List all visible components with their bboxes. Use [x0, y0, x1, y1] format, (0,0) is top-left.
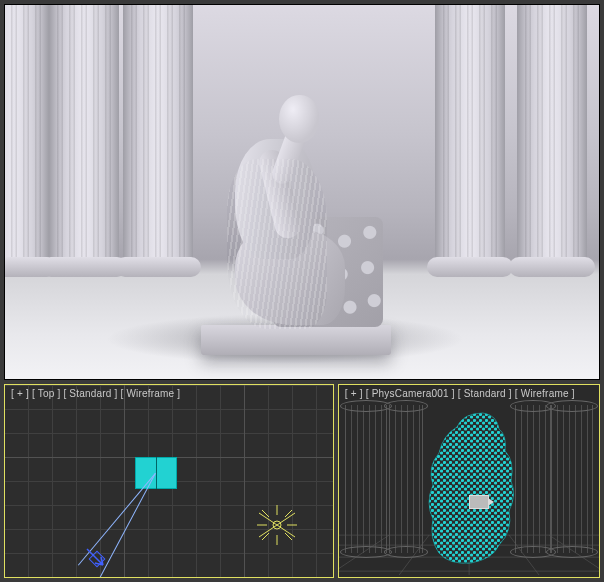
render-view[interactable] [4, 4, 600, 380]
viewport-top[interactable]: [ + ] [ Top ] [ Standard ] [ Wireframe ] [4, 384, 334, 578]
scene-column [435, 5, 505, 267]
viewport-camera[interactable]: [ + ] [ PhysCamera001 ] [ Standard ] [ W… [338, 384, 600, 578]
camera-icon[interactable] [469, 495, 489, 509]
omni-light-gizmo[interactable] [255, 503, 299, 547]
viewport-row: [ + ] [ Top ] [ Standard ] [ Wireframe ] [4, 384, 600, 578]
app-root: [ + ] [ Top ] [ Standard ] [ Wireframe ] [0, 0, 604, 582]
svg-line-9 [259, 513, 277, 525]
scene-column [49, 5, 119, 267]
arrow-icon [83, 545, 107, 569]
light-icon [255, 503, 299, 547]
rendered-statue [173, 55, 413, 355]
wire-column[interactable] [551, 405, 593, 553]
selected-statue-mesh[interactable] [425, 407, 535, 567]
scene-column [517, 5, 587, 267]
wire-column[interactable] [345, 405, 387, 553]
svg-line-11 [259, 525, 277, 537]
scene-column [4, 5, 49, 267]
svg-line-12 [277, 525, 295, 537]
wire-column[interactable] [389, 405, 423, 553]
svg-line-10 [277, 513, 295, 525]
